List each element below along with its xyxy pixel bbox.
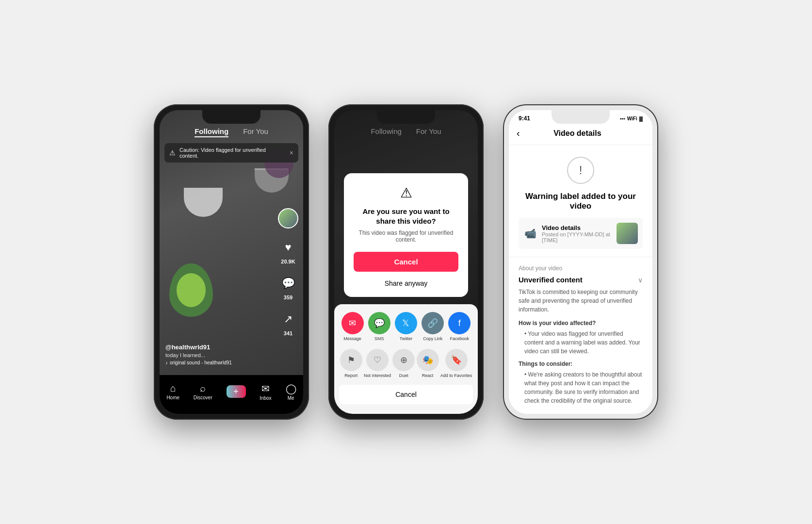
- notch-3: [552, 110, 610, 124]
- report-icon: ⚑: [340, 349, 362, 371]
- like-count: 20.9K: [281, 259, 295, 264]
- video-thumbnail: [617, 223, 638, 244]
- home-icon: ⌂: [170, 383, 176, 394]
- nav-create[interactable]: +: [227, 385, 246, 398]
- dialog-share-anyway-button[interactable]: Share anyway: [383, 278, 430, 289]
- duet-label: Duet: [399, 373, 408, 378]
- status-time: 9:41: [519, 115, 530, 122]
- about-description: TikTok is committed to keeping our commu…: [519, 288, 643, 314]
- nav-inbox[interactable]: ✉ Inbox: [260, 383, 271, 401]
- side-actions: ♥ 20.9K 💬 359 ↗ 341: [278, 208, 298, 336]
- wifi-icon: WiFi: [627, 116, 637, 121]
- nav-home[interactable]: ⌂ Home: [166, 383, 179, 400]
- phone2-screen: Following For You ⚠ Are you sure you wan…: [334, 110, 478, 414]
- dialog-subtitle: This video was flagged for unverified co…: [354, 229, 458, 243]
- duet-icon: ⊕: [392, 349, 415, 371]
- like-action[interactable]: ♥ 20.9K: [278, 237, 298, 264]
- notch-1: [202, 110, 260, 124]
- warning-text: Caution: Video flagged for unverified co…: [179, 147, 286, 159]
- share-copylink[interactable]: 🔗 Copy Link: [422, 312, 444, 341]
- comment-action[interactable]: 💬 359: [278, 273, 298, 300]
- video-info: @healthwrld91 today I learned... ♪ origi…: [165, 344, 232, 365]
- chevron-down-icon: ∨: [638, 276, 643, 284]
- search-icon: ⌕: [200, 383, 206, 394]
- sound-info[interactable]: ♪ original sound - healthwrld91: [165, 360, 232, 365]
- inbox-icon: ✉: [261, 383, 270, 394]
- video-subtitle: Posted on [YYYY-MM-DD] at [TIME]: [542, 231, 612, 243]
- exclamation-icon: !: [567, 157, 594, 184]
- sms-label: SMS: [374, 336, 384, 341]
- dialog-warning-icon: ⚠: [354, 185, 458, 201]
- share-twitter[interactable]: 𝕏 Twitter: [395, 312, 417, 341]
- share-sms[interactable]: 💬 SMS: [368, 312, 390, 341]
- affected-question: How is your video affected?: [519, 320, 643, 327]
- twitter-icon: 𝕏: [395, 312, 417, 334]
- favorites-label: Add to Favorites: [440, 373, 472, 378]
- share-count: 341: [284, 330, 292, 336]
- warning-banner: ⚠ Caution: Video flagged for unverified …: [164, 143, 298, 163]
- bottom-navigation: ⌂ Home ⌕ Discover + ✉ Inbox ◯ Me: [160, 375, 303, 414]
- dropdown-title: Unverified content: [519, 276, 583, 284]
- following-tab[interactable]: Following: [195, 127, 228, 137]
- not-interested-label: Not interested: [364, 373, 391, 378]
- sound-text: original sound - healthwrld91: [170, 360, 232, 365]
- unverified-content-dropdown[interactable]: Unverified content ∨: [519, 276, 643, 284]
- nav-home-label: Home: [166, 395, 179, 400]
- action-report[interactable]: ⚑ Report: [340, 349, 362, 378]
- video-caption: today I learned...: [165, 352, 232, 358]
- phone-1: Following For You ⚠ Caution: Video flagg…: [154, 104, 309, 420]
- nav-me-label: Me: [288, 395, 294, 401]
- creator-username[interactable]: @healthwrld91: [165, 344, 232, 351]
- share-action[interactable]: ↗ 341: [278, 309, 298, 336]
- react-label: React: [422, 373, 434, 378]
- create-button[interactable]: +: [227, 385, 246, 398]
- p2-foryou-tab: For You: [416, 127, 441, 135]
- share-cancel-button[interactable]: Cancel: [339, 385, 473, 404]
- warning-close-icon[interactable]: ×: [290, 149, 293, 157]
- back-button[interactable]: ‹: [517, 128, 520, 139]
- action-duet[interactable]: ⊕ Duet: [392, 349, 415, 378]
- heart-icon: ♥: [278, 237, 298, 258]
- battery-icon: ▓: [639, 116, 643, 121]
- comment-icon: 💬: [278, 273, 298, 294]
- share-facebook[interactable]: f Facebook: [448, 312, 471, 341]
- video-camera-icon: 📹: [523, 228, 537, 239]
- header-title: Video details: [525, 129, 630, 138]
- foryou-tab[interactable]: For You: [243, 127, 268, 137]
- video-title: Video details: [542, 224, 612, 231]
- action-add-favorites[interactable]: 🔖 Add to Favorites: [440, 349, 472, 378]
- music-icon: ♪: [165, 360, 168, 365]
- dialog-cancel-button[interactable]: Cancel: [354, 252, 458, 272]
- warning-label-title: Warning label added to your video: [519, 192, 643, 211]
- confirm-share-dialog: ⚠ Are you sure you want to share this vi…: [344, 173, 468, 297]
- comment-count: 359: [284, 295, 292, 300]
- action-not-interested[interactable]: ♡ Not interested: [364, 349, 391, 378]
- warning-triangle-icon: ⚠: [169, 149, 176, 157]
- favorites-icon: 🔖: [445, 349, 468, 371]
- nav-discover[interactable]: ⌕ Discover: [194, 383, 212, 400]
- message-icon: ✉: [341, 312, 364, 334]
- nav-discover-label: Discover: [194, 395, 212, 400]
- about-label: About your video: [519, 265, 643, 272]
- creator-avatar[interactable]: [278, 208, 298, 229]
- phone2-top-navigation: Following For You: [334, 127, 478, 135]
- phone3-screen: 9:41 ▪▪▪ WiFi ▓ ‹ Video details ! Warnin…: [509, 110, 652, 414]
- video-details-header: ‹ Video details: [509, 124, 652, 145]
- profile-icon: ◯: [286, 383, 296, 394]
- facebook-icon: f: [448, 312, 471, 334]
- top-navigation[interactable]: Following For You: [160, 127, 303, 137]
- phone-2: Following For You ⚠ Are you sure you wan…: [328, 104, 484, 420]
- action-react[interactable]: 🎭 React: [417, 349, 439, 378]
- bowl-decor: [255, 168, 289, 193]
- message-label: Message: [343, 336, 361, 341]
- nav-me[interactable]: ◯ Me: [286, 383, 296, 401]
- status-icons: ▪▪▪ WiFi ▓: [620, 116, 643, 121]
- notch-2: [377, 110, 435, 124]
- share-actions-row: ⚑ Report ♡ Not interested ⊕ Duet 🎭 React: [339, 349, 473, 378]
- video-detail-row[interactable]: 📹 Video details Posted on [YYYY-MM-DD] a…: [519, 218, 643, 249]
- react-icon: 🎭: [417, 349, 439, 371]
- consider-question: Things to consider:: [519, 360, 643, 367]
- share-message[interactable]: ✉ Message: [341, 312, 364, 341]
- share-sheet: ✉ Message 💬 SMS 𝕏 Twitter 🔗 Copy Link: [334, 304, 478, 414]
- avocado-decor: [169, 263, 213, 317]
